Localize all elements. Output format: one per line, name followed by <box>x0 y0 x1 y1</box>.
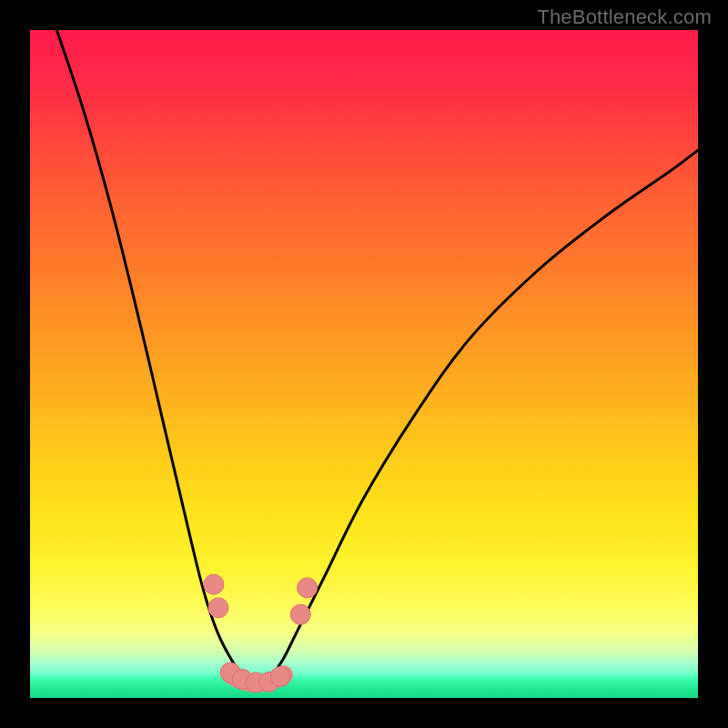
marker-point <box>290 604 310 624</box>
outer-frame: TheBottleneck.com <box>0 0 728 728</box>
marker-point <box>208 598 228 618</box>
curves-group <box>56 30 698 683</box>
marker-point <box>204 574 224 594</box>
markers-group <box>204 574 318 693</box>
bottleneck-curve-svg <box>30 30 698 698</box>
marker-point <box>270 667 290 687</box>
marker-point <box>298 578 318 598</box>
plot-area <box>30 30 698 698</box>
curve-right-branch <box>270 150 698 678</box>
watermark-text: TheBottleneck.com <box>537 5 712 29</box>
